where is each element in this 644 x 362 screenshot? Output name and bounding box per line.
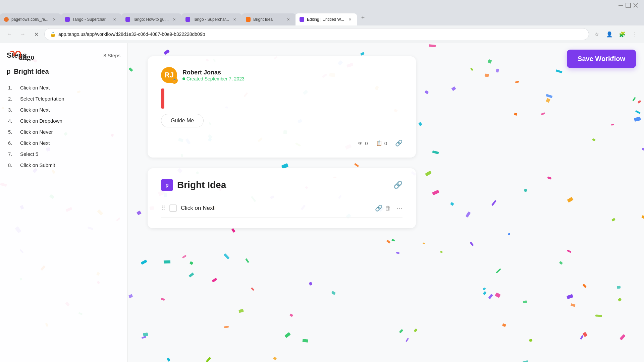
bookmark-icon[interactable]: ☆ xyxy=(592,29,602,39)
tab-favicon-brightidea xyxy=(246,17,251,22)
steps-list: 1. Click on Next 2. Select Teleportation… xyxy=(7,82,120,171)
title-bar xyxy=(0,0,644,11)
tab-bar: pageflows.com/_/e... ✕ Tango - Superchar… xyxy=(0,11,644,25)
sidebar-step-item[interactable]: 7. Select 5 xyxy=(7,148,120,160)
step-number: 3. xyxy=(8,107,16,113)
sidebar-step-item[interactable]: 6. Click on Next xyxy=(7,137,120,148)
tab-label-brightidea: Bright Idea xyxy=(253,17,283,22)
workflow-title-row: p Bright Idea xyxy=(7,68,120,75)
tab-close-tango3[interactable]: ✕ xyxy=(232,16,238,22)
tab-close-pageflows[interactable]: ✕ xyxy=(51,16,57,22)
views-count: 0 xyxy=(365,140,368,146)
tab-favicon-pageflows xyxy=(4,17,9,22)
eye-icon: 👁 xyxy=(358,140,363,146)
back-button[interactable]: ← xyxy=(4,29,15,40)
sidebar-step-item[interactable]: 1. Click on Next xyxy=(7,82,120,93)
step-label: Click on Never xyxy=(20,129,53,135)
address-text: app.tango.us/app/workflow/d28d1e32-c06d-… xyxy=(58,32,583,37)
green-dot-icon xyxy=(182,77,185,80)
created-label: Created September 7, 2023 xyxy=(186,76,245,81)
step-number: 5. xyxy=(8,129,16,135)
link-icon[interactable]: 🔗 xyxy=(395,139,402,147)
sidebar-step-item[interactable]: 8. Click on Submit xyxy=(7,160,120,171)
step-text-input[interactable] xyxy=(181,205,371,212)
tab-pageflows[interactable]: pageflows.com/_/e... ✕ xyxy=(0,13,61,25)
tab-tango1[interactable]: Tango - Superchar... ✕ xyxy=(61,13,121,25)
step-more-icon[interactable]: ⋯ xyxy=(396,204,402,212)
tango-logo: ango xyxy=(8,48,48,68)
drag-handle-icon[interactable]: ⠿ xyxy=(161,204,165,212)
tab-tango2[interactable]: Tango: How-to gui... ✕ xyxy=(121,13,181,25)
tab-favicon-editing xyxy=(300,17,304,22)
step-delete-icon[interactable]: 🗑 xyxy=(385,205,391,212)
step-label: Select Teleportation xyxy=(20,96,64,102)
content-area: ango Save Workflow Steps 8 Steps p Brigh… xyxy=(0,43,644,362)
main-content: RJ 🏅 Robert Jonas Created September 7, 2… xyxy=(127,43,644,362)
author-row: RJ 🏅 Robert Jonas Created September 7, 2… xyxy=(161,67,402,83)
step-label: Click on Submit xyxy=(20,162,55,168)
step-number: 7. xyxy=(8,151,16,157)
extensions-icon[interactable]: 🧩 xyxy=(617,29,627,39)
content-title-row: p Bright Idea 🔗 xyxy=(161,179,402,191)
forward-button[interactable]: → xyxy=(17,29,28,40)
tab-favicon-tango1 xyxy=(65,17,70,22)
tab-label-tango1: Tango - Superchar... xyxy=(72,17,109,22)
step-label: Click on Next xyxy=(20,107,50,113)
save-workflow-button[interactable]: Save Workflow xyxy=(567,50,636,68)
tab-close-tango2[interactable]: ✕ xyxy=(171,16,177,22)
workflow-header-card: RJ 🏅 Robert Jonas Created September 7, 2… xyxy=(148,56,416,158)
close-icon[interactable] xyxy=(633,2,639,8)
step-number: 6. xyxy=(8,140,16,146)
tab-editing[interactable]: Editing | Untitled W... ✕ xyxy=(296,13,357,25)
maximize-icon[interactable] xyxy=(625,2,631,8)
profile-icon[interactable]: 👤 xyxy=(604,29,614,39)
step-label: Click on Next xyxy=(20,140,50,146)
author-info: Robert Jonas Created September 7, 2023 xyxy=(182,69,245,81)
address-bar[interactable]: 🔒 app.tango.us/app/workflow/d28d1e32-c06… xyxy=(44,28,589,40)
author-date: Created September 7, 2023 xyxy=(182,76,245,81)
step-number: 8. xyxy=(8,162,16,168)
tab-favicon-tango2 xyxy=(125,17,130,22)
step-label: Click on Dropdown xyxy=(20,118,62,124)
author-avatar: RJ 🏅 xyxy=(161,67,177,83)
sidebar-workflow-name: Bright Idea xyxy=(14,68,49,75)
step-checkbox[interactable] xyxy=(169,204,177,212)
content-title-section: p Bright Idea 🔗 ⠿ 🔗 🗑 ⋯ xyxy=(148,168,416,228)
sidebar-step-item[interactable]: 3. Click on Next xyxy=(7,104,120,115)
new-tab-button[interactable]: + xyxy=(358,13,368,22)
content-title-emoji: p xyxy=(161,179,173,191)
menu-icon[interactable]: ⋮ xyxy=(630,29,640,39)
step-actions: 🔗 🗑 ⋯ xyxy=(375,204,402,212)
copy-icon: 📋 xyxy=(376,140,382,146)
sidebar-step-item[interactable]: 4. Click on Dropdown xyxy=(7,115,120,126)
step-link-icon[interactable]: 🔗 xyxy=(375,204,382,212)
tab-tango3[interactable]: Tango - Superchar... ✕ xyxy=(181,13,242,25)
content-title-text: Bright Idea xyxy=(177,180,226,190)
svg-rect-0 xyxy=(619,5,623,6)
guide-me-button[interactable]: Guide Me xyxy=(161,114,204,127)
minimize-icon[interactable] xyxy=(618,2,624,8)
address-bar-row: ← → ✕ 🔒 app.tango.us/app/workflow/d28d1e… xyxy=(0,25,644,43)
tab-close-tango1[interactable]: ✕ xyxy=(111,16,117,22)
tab-close-brightidea[interactable]: ✕ xyxy=(285,16,291,22)
tab-label-pageflows: pageflows.com/_/e... xyxy=(11,17,48,22)
tab-brightidea[interactable]: Bright Idea ✕ xyxy=(242,13,296,25)
title-link-icon[interactable]: 🔗 xyxy=(393,181,402,189)
svg-rect-1 xyxy=(626,3,631,8)
reload-button[interactable]: ✕ xyxy=(31,29,42,40)
step-number: 4. xyxy=(8,118,16,124)
stats-row: 👁 0 📋 0 🔗 xyxy=(161,139,402,147)
tab-close-editing[interactable]: ✕ xyxy=(347,16,353,22)
browser-chrome: pageflows.com/_/e... ✕ Tango - Superchar… xyxy=(0,0,644,43)
tab-favicon-tango3 xyxy=(185,17,190,22)
author-badge: 🏅 xyxy=(171,77,178,84)
sidebar-step-item[interactable]: 2. Select Teleportation xyxy=(7,93,120,104)
step-number: 2. xyxy=(8,96,16,102)
views-stat: 👁 0 xyxy=(358,140,368,146)
sidebar-step-item[interactable]: 5. Click on Never xyxy=(7,126,120,137)
sidebar: Steps 8 Steps p Bright Idea 1. Click on … xyxy=(0,43,127,362)
step-input-row: ⠿ 🔗 🗑 ⋯ xyxy=(161,199,402,218)
workflow-emoji: p xyxy=(7,68,10,75)
tab-label-tango3: Tango - Superchar... xyxy=(193,17,229,22)
author-name: Robert Jonas xyxy=(182,69,245,76)
